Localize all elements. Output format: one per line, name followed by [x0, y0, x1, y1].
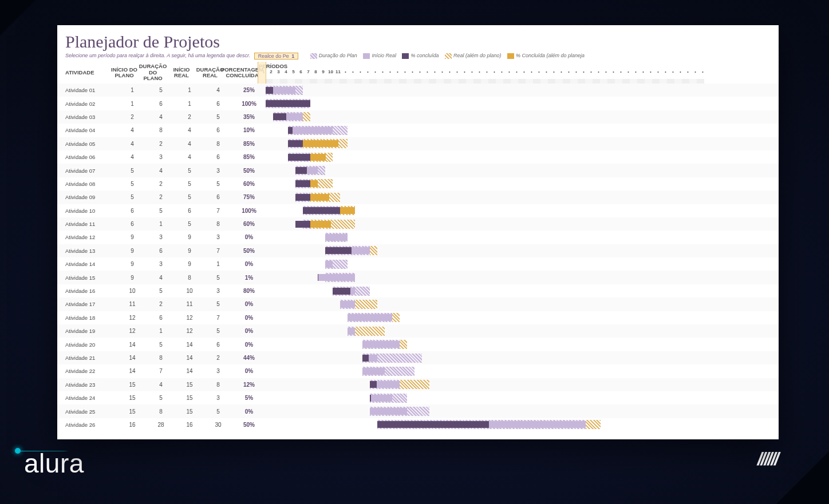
cell-real-start[interactable]: 1 — [175, 101, 204, 107]
cell-activity[interactable]: Atividade 08 — [57, 181, 118, 187]
cell-activity[interactable]: Atividade 04 — [57, 127, 118, 133]
cell-plan-start[interactable]: 11 — [118, 301, 147, 307]
cell-activity[interactable]: Atividade 25 — [57, 408, 118, 415]
cell-real-dur[interactable]: 6 — [204, 154, 232, 160]
cell-plan-dur[interactable]: 2 — [147, 141, 175, 147]
table-row[interactable]: Atividade 261628163050% — [57, 418, 779, 431]
cell-pct[interactable]: 25% — [232, 87, 266, 93]
table-row[interactable]: Atividade 021616100% — [57, 97, 779, 110]
cell-plan-start[interactable]: 9 — [118, 248, 147, 254]
cell-real-dur[interactable]: 3 — [204, 395, 232, 401]
cell-real-start[interactable]: 6 — [175, 208, 204, 214]
cell-real-dur[interactable]: 3 — [204, 168, 232, 174]
cell-real-start[interactable]: 2 — [175, 114, 204, 120]
table-row[interactable]: Atividade 1493910% — [57, 257, 779, 271]
cell-real-dur[interactable]: 6 — [204, 127, 232, 133]
cell-real-dur[interactable]: 4 — [204, 87, 232, 93]
table-row[interactable]: Atividade 07545350% — [57, 164, 779, 177]
cell-plan-start[interactable]: 1 — [118, 101, 147, 107]
cell-pct[interactable]: 50% — [232, 422, 266, 428]
cell-plan-dur[interactable]: 3 — [147, 154, 175, 160]
table-row[interactable]: Atividade 2114814244% — [57, 351, 779, 364]
cell-real-start[interactable]: 4 — [175, 154, 204, 160]
cell-pct[interactable]: 0% — [232, 342, 266, 348]
table-row[interactable]: Atividade 04484610% — [57, 124, 779, 137]
highlight-period-label[interactable]: Realce do Pe 1 — [254, 53, 299, 59]
cell-plan-dur[interactable]: 5 — [147, 288, 175, 294]
cell-plan-start[interactable]: 5 — [118, 168, 147, 174]
cell-plan-start[interactable]: 6 — [118, 221, 147, 227]
cell-real-dur[interactable]: 8 — [204, 141, 232, 147]
cell-pct[interactable]: 100% — [232, 101, 266, 107]
header-plan-start[interactable]: INÍCIO DO PLANO — [110, 62, 139, 84]
cell-pct[interactable]: 0% — [232, 408, 266, 415]
cell-real-dur[interactable]: 7 — [204, 248, 232, 254]
header-real-start[interactable]: INÍCIO REAL — [167, 62, 196, 84]
cell-plan-dur[interactable]: 6 — [147, 315, 175, 321]
table-row[interactable]: Atividade 06434685% — [57, 150, 779, 164]
cell-plan-start[interactable]: 15 — [118, 395, 147, 401]
cell-real-dur[interactable]: 5 — [204, 114, 232, 120]
cell-plan-start[interactable]: 6 — [118, 208, 147, 214]
table-row[interactable]: Atividade 08525560% — [57, 177, 779, 191]
cell-plan-start[interactable]: 15 — [118, 408, 147, 415]
cell-activity[interactable]: Atividade 02 — [57, 101, 118, 107]
cell-real-start[interactable]: 5 — [175, 194, 204, 200]
cell-plan-start[interactable]: 12 — [118, 328, 147, 334]
cell-activity[interactable]: Atividade 01 — [57, 87, 118, 93]
cell-real-dur[interactable]: 3 — [204, 234, 232, 240]
cell-real-start[interactable]: 4 — [175, 127, 204, 133]
cell-pct[interactable]: 0% — [232, 328, 266, 334]
cell-plan-start[interactable]: 4 — [118, 141, 147, 147]
cell-plan-start[interactable]: 5 — [118, 194, 147, 200]
cell-pct[interactable]: 12% — [232, 382, 266, 388]
cell-real-dur[interactable]: 5 — [204, 408, 232, 415]
cell-real-dur[interactable]: 1 — [204, 261, 232, 267]
cell-real-dur[interactable]: 6 — [204, 101, 232, 107]
cell-plan-dur[interactable]: 2 — [147, 301, 175, 307]
cell-activity[interactable]: Atividade 22 — [57, 368, 118, 374]
cell-real-start[interactable]: 15 — [175, 395, 204, 401]
cell-plan-dur[interactable]: 8 — [147, 127, 175, 133]
cell-plan-dur[interactable]: 5 — [147, 395, 175, 401]
cell-plan-dur[interactable]: 6 — [147, 248, 175, 254]
cell-real-start[interactable]: 9 — [175, 248, 204, 254]
table-row[interactable]: Atividade 1610510380% — [57, 284, 779, 297]
cell-activity[interactable]: Atividade 06 — [57, 154, 118, 160]
cell-plan-dur[interactable]: 4 — [147, 275, 175, 281]
cell-activity[interactable]: Atividade 20 — [57, 342, 118, 348]
cell-pct[interactable]: 50% — [232, 248, 266, 254]
cell-real-start[interactable]: 14 — [175, 368, 204, 374]
header-real-dur[interactable]: DURAÇÃO REAL — [196, 62, 224, 84]
cell-real-start[interactable]: 15 — [175, 382, 204, 388]
cell-plan-dur[interactable]: 6 — [147, 101, 175, 107]
cell-plan-start[interactable]: 15 — [118, 382, 147, 388]
cell-pct[interactable]: 44% — [232, 355, 266, 361]
cell-plan-dur[interactable]: 1 — [147, 221, 175, 227]
cell-activity[interactable]: Atividade 15 — [57, 275, 118, 281]
cell-real-dur[interactable]: 7 — [204, 315, 232, 321]
cell-activity[interactable]: Atividade 23 — [57, 382, 118, 388]
cell-real-start[interactable]: 1 — [175, 87, 204, 93]
cell-real-start[interactable]: 9 — [175, 261, 204, 267]
table-row[interactable]: Atividade 01151425% — [57, 84, 779, 97]
cell-plan-dur[interactable]: 4 — [147, 168, 175, 174]
cell-real-start[interactable]: 5 — [175, 168, 204, 174]
cell-real-dur[interactable]: 5 — [204, 328, 232, 334]
cell-pct[interactable]: 80% — [232, 288, 266, 294]
cell-plan-start[interactable]: 2 — [118, 114, 147, 120]
cell-pct[interactable]: 35% — [232, 114, 266, 120]
cell-activity[interactable]: Atividade 03 — [57, 114, 118, 120]
cell-pct[interactable]: 50% — [232, 168, 266, 174]
header-activity[interactable]: ATIVIDADE — [57, 62, 110, 84]
cell-plan-dur[interactable]: 2 — [147, 181, 175, 187]
cell-plan-dur[interactable]: 5 — [147, 342, 175, 348]
cell-plan-start[interactable]: 4 — [118, 127, 147, 133]
cell-pct[interactable]: 0% — [232, 301, 266, 307]
table-row[interactable]: Atividade 2315415812% — [57, 378, 779, 391]
cell-pct[interactable]: 0% — [232, 315, 266, 321]
cell-real-dur[interactable]: 2 — [204, 355, 232, 361]
table-row[interactable]: Atividade 13969750% — [57, 244, 779, 257]
table-row[interactable]: Atividade 106567100% — [57, 204, 779, 217]
table-row[interactable]: Atividade 201451460% — [57, 338, 779, 351]
